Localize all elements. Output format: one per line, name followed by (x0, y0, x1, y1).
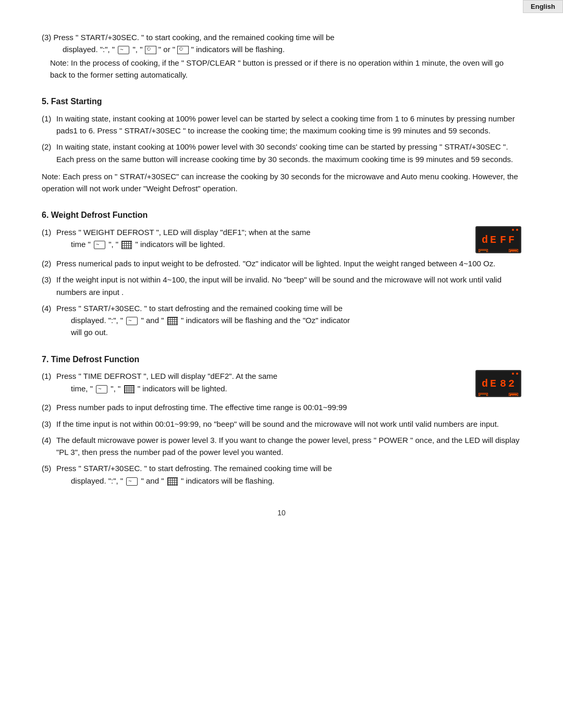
item-number: (5) (42, 462, 56, 474)
item-text: If the time input is not within 00:01~99… (56, 418, 521, 430)
item-text: In waiting state, instant cooking at 100… (56, 113, 521, 137)
item-subline: displayed. ":", " " and " " indicators w… (71, 314, 521, 326)
item-number: (2) (42, 401, 56, 413)
page-number: 10 (42, 508, 521, 519)
grid-icon (121, 241, 132, 249)
section-7-item-2: (2) Press number pads to input defrostin… (42, 401, 521, 413)
led-char: d (482, 232, 488, 248)
intro-line1: (3) Press " START/+30SEC. " to start coo… (42, 31, 521, 43)
section-6-item-2: (2) Press numerical pads to input weight… (42, 257, 521, 269)
led-icon (479, 249, 488, 253)
intro-note: Note: In the process of cooking, if the … (50, 57, 521, 81)
section-7-item-1: (1) Press " TIME DEFROST ", LED will dis… (42, 370, 521, 397)
item-subline2: will go out. (71, 326, 521, 338)
item-text: If the weight input is not within 4~100,… (56, 274, 521, 298)
item-row: (1) Press " TIME DEFROST ", LED will dis… (42, 370, 469, 382)
led-dots (479, 373, 518, 375)
item-text: In waiting state, instant cooking at 100… (56, 141, 521, 165)
led-char: E (490, 232, 497, 248)
led-icon (479, 393, 488, 397)
led-icon-inner (480, 250, 487, 254)
section-5-heading: 5. Fast Starting (42, 95, 521, 108)
section-6-heading: 6. Weight Defrost Function (42, 209, 521, 222)
microwave-icon (118, 46, 129, 54)
led-icon (509, 249, 518, 253)
led-icon-inner (510, 250, 517, 254)
timer-icon1: ⏲ (145, 46, 156, 54)
intro-block: (3) Press " START/+30SEC. " to start coo… (42, 31, 521, 81)
item-number: (1) (42, 113, 56, 125)
grid-icon (167, 477, 178, 486)
led-display-1: d E F F (475, 226, 521, 253)
item-number: (1) (42, 226, 56, 238)
section-6: 6. Weight Defrost Function (1) Press " W… (42, 209, 521, 338)
led-char: 2 (508, 376, 515, 392)
led-bottom (479, 393, 518, 397)
section-6-item-1: (1) Press " WEIGHT DEFROST ", LED will d… (42, 226, 521, 253)
microwave-icon (126, 477, 138, 486)
led-digits: d E F F (482, 232, 515, 248)
led-icon (509, 393, 518, 397)
section-7-item-4: (4) The default microwave power is power… (42, 434, 521, 459)
intro-line2: displayed. ":", " ", " ⏲ " or " ⏲ " indi… (63, 43, 521, 55)
led-inner: d E F F (476, 227, 520, 252)
section-6-item-4: (4) Press " START/+30SEC. " to start def… (42, 302, 521, 339)
item-number: (4) (42, 302, 56, 314)
led-icon-inner (510, 394, 517, 398)
section-6-item-3: (3) If the weight input is not within 4~… (42, 274, 521, 298)
section-5-item-1: (1) In waiting state, instant cooking at… (42, 113, 521, 137)
led-char: E (490, 376, 497, 392)
item-text: Press " TIME DEFROST ", LED will display… (56, 370, 277, 382)
led-char: F (508, 232, 515, 248)
item-text: Press " START/+30SEC. " to start defrost… (56, 462, 521, 487)
led-dot (516, 229, 518, 231)
led-digits: d E 8 2 (482, 376, 515, 392)
item-main: (1) Press " WEIGHT DEFROST ", LED will d… (42, 226, 469, 251)
led-bottom (479, 249, 518, 253)
item-text: Press numerical pads to input weight to … (56, 257, 521, 269)
page-content: (3) Press " START/+30SEC. " to start coo… (0, 0, 563, 550)
led-icon-inner (480, 394, 487, 398)
led-display-2: d E 8 2 (475, 370, 521, 397)
led-char: 8 (500, 376, 507, 392)
led-inner: d E 8 2 (476, 371, 520, 396)
language-label: English (523, 0, 563, 13)
section-5: 5. Fast Starting (1) In waiting state, i… (42, 95, 521, 194)
led-dot (516, 373, 518, 375)
section-5-item-2: (2) In waiting state, instant cooking at… (42, 141, 521, 165)
microwave-icon (94, 241, 105, 249)
grid-icon (167, 317, 178, 325)
microwave-icon (126, 317, 138, 325)
section-7-heading: 7. Time Defrost Function (42, 353, 521, 366)
item-text: Press " START/+30SEC. " to start defrost… (56, 302, 521, 339)
led-char: F (500, 232, 507, 248)
led-dot (512, 229, 514, 231)
item-number: (3) (42, 418, 56, 430)
grid-icon (124, 385, 134, 393)
item-text: The default microwave power is power lev… (56, 434, 521, 459)
item-number: (3) (42, 274, 56, 286)
led-dot (512, 373, 514, 375)
section-7-item-3: (3) If the time input is not within 00:0… (42, 418, 521, 430)
item-row: (1) Press " WEIGHT DEFROST ", LED will d… (42, 226, 469, 238)
item-number: (1) (42, 370, 56, 382)
item-number: (2) (42, 141, 56, 153)
section-7-item-5: (5) Press " START/+30SEC. " to start def… (42, 462, 521, 487)
item-subline: time " ", " " indicators will be lighted… (71, 238, 469, 250)
microwave-icon (96, 385, 107, 393)
item-main: (1) Press " TIME DEFROST ", LED will dis… (42, 370, 469, 394)
item-subline: time, " ", " " indicators will be lighte… (71, 382, 469, 394)
section-7: 7. Time Defrost Function (1) Press " TIM… (42, 353, 521, 487)
item-number: (2) (42, 257, 56, 269)
led-char: d (482, 376, 488, 392)
item-text: Press number pads to input defrosting ti… (56, 401, 521, 413)
timer-icon2: ⏲ (177, 46, 189, 54)
led-dots (479, 229, 518, 231)
item-text: Press " WEIGHT DEFROST ", LED will displ… (56, 226, 311, 238)
item-subline: displayed. ":", " " and " " indicators w… (71, 475, 521, 487)
section-5-note: Note: Each press on " STRAT/+30SEC" can … (42, 170, 521, 195)
item-number: (4) (42, 434, 56, 446)
